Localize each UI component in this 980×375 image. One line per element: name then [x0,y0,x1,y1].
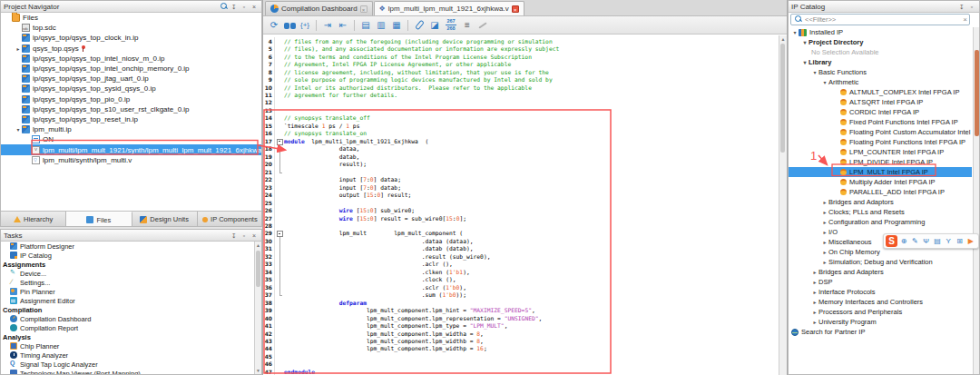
scroll-up-icon[interactable]: ▲ [255,242,261,249]
file-tree-item[interactable]: ip/qsys_top/qsys_top_intel_niosv_m_0.ip [1,54,261,64]
ip-tree-item[interactable]: ▸University Program [789,317,972,327]
task-item[interactable]: Settings... [1,278,254,287]
tab-close-icon[interactable]: × [512,5,519,13]
pin-icon[interactable]: ↧ [230,3,239,11]
file-tree-item[interactable]: Files [1,13,261,23]
file-tree-item[interactable]: ip/qsys_top/qsys_top_clock_in.ip [1,33,261,43]
ip-filter-input[interactable] [805,15,963,24]
ip-tree-item[interactable]: ▸DSP [789,277,972,287]
file-tree-item[interactable]: ▾lpm_multi.ip [1,124,261,134]
file-tree-item[interactable]: ON [1,134,261,144]
file-tree-item[interactable]: ip/qsys_top/qsys_top_reset_in.ip [1,114,261,124]
chevron-right-icon[interactable]: ▸ [821,239,828,245]
chevron-right-icon[interactable]: ▸ [811,299,818,305]
ip-tree-item[interactable]: ▾Basic Functions [789,67,972,77]
editor-scrollbar[interactable]: ▲ [779,35,787,375]
task-item[interactable]: Technology Map Viewer (Post-Mapping) [1,369,254,374]
chevron-down-icon[interactable]: ▾ [15,126,22,133]
wrap-lines-icon[interactable]: ≡ [461,19,474,32]
indent-increase-icon[interactable]: ⇥ [321,19,334,32]
ip-tree-item[interactable]: ▸Processors and Peripherals [789,307,972,317]
ip-tree-item[interactable]: Floating Point Functions Intel FPGA IP [789,137,972,147]
ip-catalog-scrollbar[interactable] [973,27,979,374]
search-icon[interactable] [220,3,229,11]
float-icon[interactable]: ▫ [967,3,976,11]
file-tree-item[interactable]: lpm_multi/synth/lpm_multi.v [1,155,261,165]
tasks-scrollbar[interactable]: ▲ ▼ [254,242,261,374]
bookmark-add-icon[interactable]: ▥ [375,19,387,32]
scroll-down-icon[interactable]: ▼ [255,367,261,374]
task-item[interactable]: Assignment Editor [1,296,254,305]
find-icon[interactable] [283,19,296,32]
fold-toggle-icon[interactable] [275,137,284,144]
task-item[interactable]: Chip Planner [1,341,254,350]
scroll-up-icon[interactable]: ▲ [779,35,787,43]
attach-icon[interactable] [413,19,426,32]
edit-pen-icon[interactable] [476,19,489,32]
chevron-right-icon[interactable]: ▸ [811,279,818,285]
ip-tree-item[interactable]: Floating Point Custom Accumulator Intel … [789,127,972,137]
float-icon[interactable]: ▫ [240,3,249,11]
tab-files[interactable]: Files [66,212,132,227]
file-tree-item[interactable]: ip/qsys_top/qsys_top_intel_onchip_memory… [1,64,261,74]
ip-tree-item[interactable]: ▾Project Directory [789,37,972,47]
fold-toggle-icon[interactable] [275,230,284,237]
close-icon[interactable]: × [250,232,259,240]
chevron-down-icon[interactable]: ▾ [791,29,799,35]
float-icon[interactable]: ▫ [240,232,249,240]
ip-tree-item[interactable]: ▸Simulation; Debug and Verification [789,257,972,267]
pin-icon[interactable]: ↧ [957,3,966,11]
bookmark-next-icon[interactable]: ▦ [390,19,403,32]
horn-icon[interactable]: ▶ [965,234,976,248]
chevron-right-icon[interactable]: ▸ [821,249,828,255]
ip-tree-item[interactable]: Search for Partner IP [789,327,972,337]
chevron-down-icon[interactable]: ▾ [821,79,828,85]
file-tree-item[interactable]: top.sdc [1,23,261,33]
indent-decrease-icon[interactable]: ⇤ [337,19,349,32]
ip-tree-item[interactable]: ▸Bridges and Adaptors [789,197,972,207]
chevron-down-icon[interactable]: ▾ [801,39,808,45]
ip-tree-item[interactable]: PARALLEL_ADD Intel FPGA IP [789,187,972,197]
lang-toggle-icon[interactable]: ⊕ [898,234,909,248]
ip-tree-item[interactable]: LPM_DIVIDE Intel FPGA IP [789,157,972,167]
ip-tree-item[interactable]: ALTSQRT Intel FPGA IP [789,97,972,107]
file-tree-item[interactable]: ip/qsys_top/qsys_top_s10_user_rst_clkgat… [1,104,261,114]
ip-tree-item[interactable]: ▸Configuration and Programming [789,217,972,227]
ip-tree-item[interactable]: ▸Bridges and Adapters [789,267,972,277]
chevron-right-icon[interactable]: ▸ [821,199,828,205]
task-item[interactable]: Timing Analyzer [1,350,254,360]
ip-tree-item[interactable]: ALTMULT_COMPLEX Intel FPGA IP [789,87,972,97]
chevron-right-icon[interactable]: ▸ [811,319,818,325]
task-item[interactable]: Compilation Report [1,323,254,332]
ip-tree-item[interactable]: ▸Clocks; PLLs and Resets [789,207,972,217]
clipboard-icon[interactable]: ▤ [932,234,943,248]
close-icon[interactable]: × [250,3,259,11]
file-tree-item[interactable]: ip/qsys_top/qsys_top_pio_0.ip [1,94,261,104]
chevron-right-icon[interactable]: ▸ [821,219,828,225]
replace-icon[interactable]: {+} [299,19,311,32]
chevron-right-icon[interactable]: ▸ [811,289,818,295]
file-tree-item[interactable]: ▸qsys_top.qsys [1,44,261,54]
task-item[interactable]: Platform Designer [1,242,254,251]
ip-tree-item[interactable]: ▾Arithmetic [789,77,972,87]
ip-tree-item[interactable]: ▸Interface Protocols [789,287,972,297]
ip-tree-item[interactable]: ▾Installed IP [789,27,972,37]
task-item[interactable]: IP Catalog [1,251,254,260]
chevron-right-icon[interactable]: ▸ [811,309,818,315]
file-tree-item[interactable]: ip/qsys_top/qsys_top_sysid_qsys_0.ip [1,84,261,94]
file-tree-item[interactable]: ip/qsys_top/qsys_top_jtag_uart_0.ip [1,74,261,84]
tab-hierarchy[interactable]: Hierarchy [1,212,66,227]
scroll-thumb[interactable] [780,44,785,153]
chevron-right-icon[interactable]: ▸ [821,209,828,215]
task-item[interactable]: Compilation Dashboard [1,314,254,323]
tab-design-units[interactable]: Design Units [132,212,198,227]
task-item[interactable]: Signal Tap Logic Analyzer [1,360,254,369]
chevron-down-icon[interactable]: ▾ [811,69,818,75]
scroll-thumb[interactable] [256,251,260,287]
scroll-thumb[interactable] [975,50,979,136]
ip-tree-item[interactable]: Multiply Adder Intel FPGA IP [789,177,972,187]
code-editor[interactable]: 4// files from any of the foregoing (inc… [263,35,787,375]
chevron-right-icon[interactable]: ▸ [811,269,818,275]
ip-tree-item[interactable]: ▸Memory Interfaces and Controllers [789,297,972,307]
tab-ip-components[interactable]: IP Components [198,212,262,227]
